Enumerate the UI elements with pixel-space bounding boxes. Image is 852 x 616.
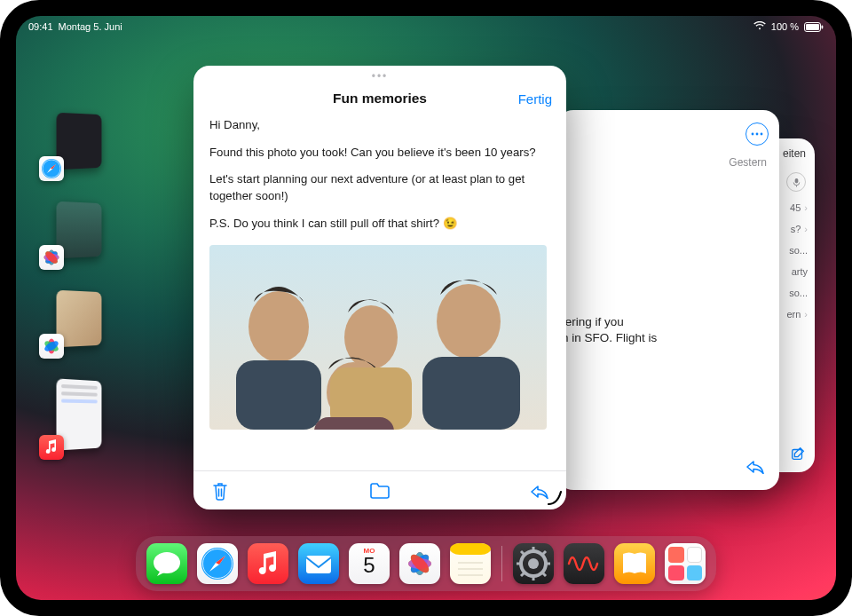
mail-window[interactable]: ••• Fun memories Fertig Hi Danny, Found … [193, 66, 566, 509]
resize-handle-icon[interactable] [545, 488, 563, 506]
trash-icon[interactable] [209, 480, 231, 501]
dock-app-mail[interactable] [298, 543, 339, 584]
svg-point-26 [437, 284, 501, 359]
photos-icon [39, 245, 64, 270]
mic-icon[interactable] [786, 172, 806, 192]
svg-point-24 [248, 291, 309, 362]
ellipsis-circle-icon[interactable] [746, 122, 769, 146]
stage-manager-strip [41, 114, 110, 454]
dock-app-voice-memos[interactable] [564, 543, 604, 584]
mail-paragraph: Found this photo you took! Can you belie… [209, 145, 550, 162]
svg-point-20 [752, 133, 754, 136]
svg-rect-2 [822, 25, 824, 28]
wifi-icon [753, 21, 766, 32]
svg-point-22 [761, 133, 763, 136]
svg-point-21 [756, 133, 759, 136]
dock-app-shortcut-editor[interactable] [665, 543, 706, 584]
svg-line-56 [521, 551, 525, 555]
svg-point-32 [154, 552, 180, 573]
dock-app-settings[interactable] [513, 543, 554, 584]
mail-body[interactable]: Hi Danny, Found this photo you took! Can… [193, 115, 566, 470]
dock-separator [501, 546, 502, 581]
battery-percent: 100 % [771, 21, 799, 32]
device-frame: 09:41 Montag 5. Juni 100 % [0, 0, 852, 616]
mail-header: Fun memories Fertig [193, 83, 566, 115]
svg-rect-18 [794, 178, 798, 183]
stage-item-music[interactable] [41, 380, 110, 454]
folder-icon[interactable] [369, 480, 390, 501]
dock-app-messages[interactable] [146, 543, 187, 584]
mail-paragraph: Let's start planning our next adventure … [209, 171, 550, 204]
status-date: Montag 5. Juni [59, 21, 122, 32]
stage-item-photo-thumb[interactable] [41, 291, 110, 353]
svg-line-57 [542, 573, 546, 576]
bg-list-title-fragment: eiten [783, 147, 806, 160]
svg-rect-37 [306, 556, 331, 573]
status-bar: 09:41 Montag 5. Juni 100 % [16, 16, 836, 34]
mail-paragraph: P.S. Do you think I can still pull off t… [209, 216, 550, 233]
stage-item-safari[interactable] [41, 114, 110, 176]
dock-app-music[interactable] [248, 543, 288, 584]
svg-rect-28 [236, 360, 321, 430]
svg-point-51 [528, 558, 539, 569]
stage-item-photos[interactable] [41, 202, 110, 265]
dock-app-calendar[interactable]: MO 5 [349, 543, 390, 584]
dock-app-photos[interactable] [399, 543, 440, 584]
svg-line-59 [542, 551, 546, 555]
calendar-day: 5 [363, 555, 375, 576]
reply-icon[interactable] [746, 458, 765, 478]
bg-message-window[interactable]: Gestern [557, 110, 779, 490]
photos-icon [39, 334, 64, 359]
dock-app-safari[interactable] [197, 543, 238, 584]
screen: 09:41 Montag 5. Juni 100 % [16, 16, 836, 600]
bg-timestamp: Gestern [729, 156, 767, 169]
svg-rect-29 [422, 357, 520, 430]
compose-icon[interactable] [790, 446, 806, 463]
done-button[interactable]: Fertig [518, 91, 552, 107]
svg-rect-1 [806, 24, 819, 30]
music-icon [39, 435, 64, 460]
dock-app-notes[interactable] [450, 543, 491, 584]
window-move-handle-icon[interactable]: ••• [372, 70, 389, 83]
bg-body-fragment: ...dering if you ...m in SFO. Flight is [548, 314, 708, 346]
battery-icon [804, 22, 824, 32]
svg-line-58 [521, 573, 525, 576]
svg-point-25 [344, 305, 398, 369]
safari-icon [39, 156, 64, 181]
mail-toolbar [193, 470, 566, 509]
dock: MO 5 [136, 536, 716, 591]
status-time: 09:41 [28, 21, 53, 32]
svg-rect-31 [314, 417, 394, 430]
mail-greeting: Hi Danny, [209, 117, 550, 134]
mail-subject: Fun memories [333, 91, 427, 107]
mail-attached-photo[interactable] [209, 245, 547, 430]
svg-rect-46 [450, 543, 491, 555]
dock-app-books[interactable] [614, 543, 655, 584]
